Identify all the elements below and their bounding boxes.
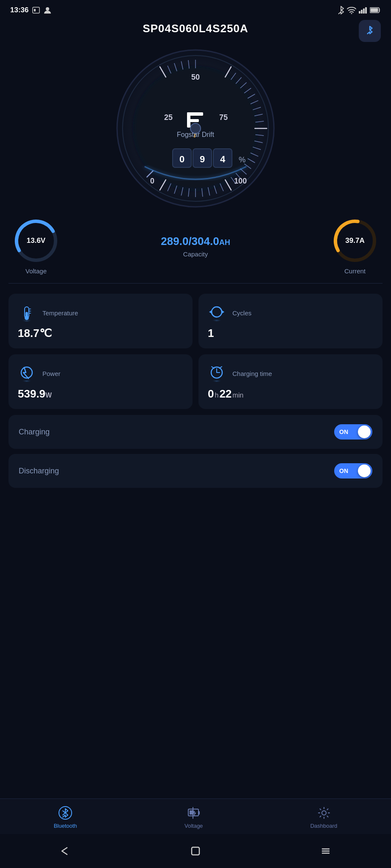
thermometer-icon (16, 302, 37, 323)
charging-toggle-knob (358, 426, 371, 438)
svg-marker-86 (209, 310, 212, 314)
charging-time-card: Charging time 0 h 22 min (198, 354, 383, 409)
svg-rect-5 (361, 10, 363, 14)
svg-text:0: 0 (150, 177, 154, 185)
capacity-value: 289.0/304.0AH (161, 235, 230, 248)
voltage-label: Voltage (25, 267, 47, 275)
svg-rect-0 (33, 7, 39, 13)
clock-icon (206, 363, 227, 384)
charging-label: Charging (19, 428, 50, 437)
voltage-gauge: 13.6V (13, 217, 59, 264)
capacity-label: Capacity (183, 250, 208, 258)
svg-point-100 (322, 811, 326, 815)
bluetooth-icon (364, 25, 375, 36)
nav-bluetooth-label: Bluetooth (54, 823, 77, 829)
svg-point-79 (25, 316, 29, 320)
power-value: 539.9W (16, 387, 185, 401)
svg-point-83 (212, 318, 222, 321)
system-nav (0, 834, 391, 868)
temperature-card: Temperature 18.7℃ (8, 294, 193, 348)
svg-point-87 (22, 378, 32, 382)
svg-rect-9 (371, 8, 378, 12)
charging-toggle-state: ON (339, 428, 348, 435)
svg-text:50: 50 (191, 73, 200, 81)
battery-status-icon (370, 7, 381, 13)
status-bar: 13:36 (0, 0, 391, 18)
gauge-wrapper: 50 0 25 75 100 Fogstar Drift (115, 48, 276, 209)
charging-toggle[interactable]: ON (334, 424, 372, 440)
temperature-value: 18.7℃ (16, 327, 185, 340)
cycles-title: Cycles (232, 309, 251, 317)
svg-text:100: 100 (234, 177, 247, 185)
svg-rect-63 (187, 119, 199, 122)
metrics-row: 13.6V Voltage 289.0/304.0AH Capacity 39.… (0, 209, 391, 279)
cards-grid: Temperature 18.7℃ Cycles 1 (0, 288, 391, 415)
svg-text:Fogstar Drift: Fogstar Drift (177, 131, 215, 138)
recents-button[interactable] (320, 845, 332, 857)
cycles-value: 1 (206, 327, 375, 340)
svg-text:25: 25 (164, 113, 173, 122)
toggle-rows: Charging ON Discharging ON (0, 415, 391, 494)
current-gauge: 39.7A (332, 217, 378, 264)
svg-text:4: 4 (220, 154, 226, 164)
gauge-svg: 50 0 25 75 100 Fogstar Drift (115, 48, 276, 209)
power-title: Power (42, 370, 61, 377)
nav-dashboard[interactable]: Dashboard (310, 806, 338, 829)
cycles-card: Cycles 1 (198, 294, 383, 348)
svg-point-89 (212, 378, 222, 382)
svg-rect-4 (359, 11, 360, 14)
cycles-icon (206, 302, 227, 323)
discharging-toggle-row: Discharging ON (8, 454, 383, 488)
svg-point-3 (351, 13, 352, 14)
back-button[interactable] (59, 845, 71, 857)
nav-voltage[interactable]: Voltage (184, 806, 203, 829)
bottom-nav: Bluetooth Voltage Dashboard (0, 798, 391, 834)
svg-line-95 (63, 813, 65, 815)
current-value: 39.7A (345, 236, 364, 245)
user-icon (44, 6, 51, 14)
svg-marker-85 (222, 310, 224, 314)
signal-icon (359, 7, 367, 14)
battery-nav-icon (187, 806, 201, 820)
voltage-value: 13.6V (27, 236, 45, 245)
discharging-label: Discharging (19, 467, 59, 476)
temperature-title: Temperature (42, 309, 78, 317)
svg-rect-6 (363, 8, 365, 14)
discharging-toggle[interactable]: ON (334, 463, 372, 479)
current-metric: 39.7A Current (332, 217, 378, 275)
svg-text:0: 0 (179, 154, 184, 164)
svg-point-2 (46, 7, 49, 11)
bluetooth-nav-icon (58, 806, 73, 820)
sim-icon (32, 6, 40, 14)
nav-dashboard-label: Dashboard (310, 823, 338, 829)
svg-rect-7 (365, 7, 367, 14)
charging-toggle-row: Charging ON (8, 415, 383, 449)
svg-rect-1 (34, 9, 36, 11)
home-button[interactable] (190, 845, 201, 857)
svg-text:%: % (239, 156, 246, 164)
bluetooth-status-icon (338, 6, 344, 14)
gear-nav-icon (317, 806, 331, 820)
device-title: SP04S060L4S250A (142, 22, 248, 35)
voltage-metric: 13.6V Voltage (13, 217, 59, 275)
svg-text:75: 75 (219, 113, 228, 122)
bluetooth-button[interactable] (359, 20, 381, 42)
divider-1 (8, 283, 383, 284)
time-display: 13:36 (10, 6, 28, 14)
capacity-metric: 289.0/304.0AH Capacity (161, 235, 230, 258)
discharging-toggle-knob (358, 465, 371, 477)
charging-time-value: 0 h 22 min (206, 387, 375, 401)
gauge-container: 50 0 25 75 100 Fogstar Drift (0, 44, 391, 209)
nav-voltage-label: Voltage (184, 823, 203, 829)
nav-bluetooth[interactable]: Bluetooth (54, 806, 77, 829)
svg-text:9: 9 (200, 154, 205, 164)
power-icon (16, 363, 37, 384)
discharging-toggle-state: ON (339, 467, 348, 474)
svg-rect-99 (198, 811, 200, 815)
current-label: Current (344, 267, 366, 275)
wifi-icon (347, 6, 356, 14)
svg-rect-101 (192, 847, 199, 855)
charging-time-title: Charging time (232, 370, 272, 377)
power-card: Power 539.9W (8, 354, 193, 409)
header: SP04S060L4S250A (0, 18, 391, 44)
